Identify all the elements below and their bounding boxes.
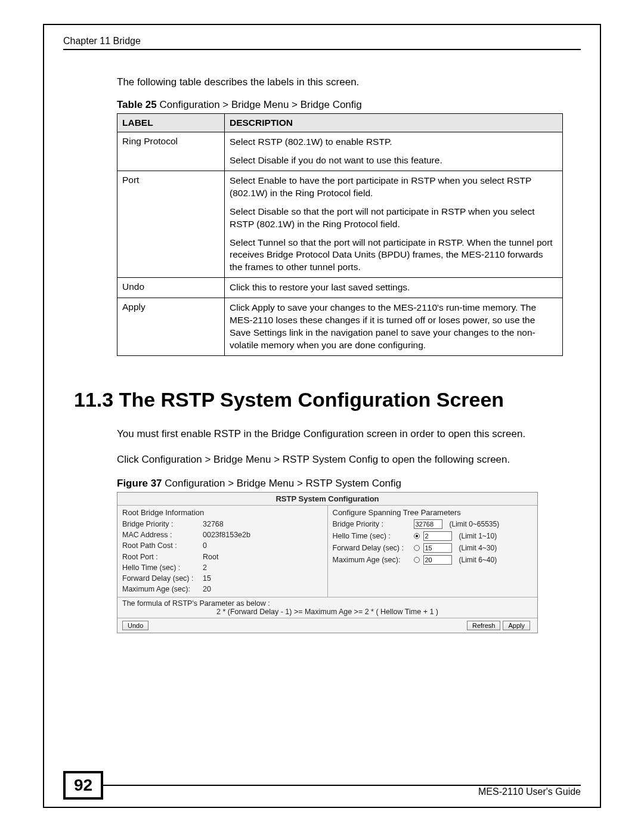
info-key: Maximum Age (sec): — [122, 584, 203, 594]
cell-desc: Click this to restore your last saved se… — [225, 278, 563, 298]
info-row: Hello Time (sec) :2 — [122, 562, 323, 573]
info-row: Maximum Age (sec):20 — [122, 584, 323, 594]
desc-paragraph: Select RSTP (802.1W) to enable RSTP. — [230, 136, 558, 148]
formula-text: 2 * (Forward Delay - 1) >= Maximum Age >… — [122, 608, 532, 616]
param-row: Forward Delay (sec) :(Limit 4~30) — [333, 543, 533, 553]
info-row: Forward Delay (sec) :15 — [122, 573, 323, 584]
cell-label: Undo — [117, 278, 225, 298]
table-row: PortSelect Enable to have the port parti… — [117, 171, 563, 277]
chapter-header: Chapter 11 Bridge — [63, 36, 581, 50]
desc-paragraph: Click this to restore your last saved se… — [230, 281, 558, 294]
info-value: 2 — [203, 562, 207, 573]
page-number: 92 — [63, 771, 103, 800]
info-value: 15 — [203, 573, 211, 584]
info-key: MAC Address : — [122, 529, 203, 540]
cell-desc: Click Apply to save your changes to the … — [225, 298, 563, 356]
cell-label: Port — [117, 171, 225, 277]
param-input[interactable] — [423, 531, 452, 541]
info-key: Root Path Cost : — [122, 540, 203, 551]
desc-paragraph: Select Tunnel so that the port will not … — [230, 237, 558, 274]
footer-text: MES-2110 User's Guide — [63, 786, 581, 797]
param-limit: (Limit 0~65535) — [450, 520, 500, 528]
cell-desc: Select RSTP (802.1W) to enable RSTP.Sele… — [225, 132, 563, 171]
footer-rule — [103, 785, 581, 786]
info-row: Bridge Priority :32768 — [122, 519, 323, 529]
figure-caption-rest: Configuration > Bridge Menu > RSTP Syste… — [162, 478, 401, 489]
section-heading: 11.3 The RSTP System Configuration Scree… — [74, 388, 581, 411]
param-input[interactable] — [423, 543, 452, 553]
info-key: Hello Time (sec) : — [122, 562, 203, 573]
info-value: 0023f8153e2b — [203, 529, 250, 540]
param-row: Maximum Age (sec):(Limit 6~40) — [333, 555, 533, 565]
table-caption-rest: Configuration > Bridge Menu > Bridge Con… — [157, 99, 362, 110]
desc-paragraph: Click Apply to save your changes to the … — [230, 302, 558, 352]
root-bridge-heading: Root Bridge Information — [122, 508, 323, 517]
config-params-heading: Configure Spanning Tree Parameters — [333, 508, 533, 517]
info-row: MAC Address :0023f8153e2b — [122, 529, 323, 540]
param-label: Hello Time (sec) : — [333, 532, 410, 540]
param-limit: (Limit 4~30) — [459, 544, 497, 552]
body-para-2: Click Configuration > Bridge Menu > RSTP… — [117, 453, 558, 467]
radio-icon[interactable] — [414, 533, 420, 539]
th-label: LABEL — [117, 114, 225, 132]
param-row: Hello Time (sec) :(Limit 1~10) — [333, 531, 533, 541]
cell-label: Apply — [117, 298, 225, 356]
config-table: LABEL DESCRIPTION Ring ProtocolSelect RS… — [117, 113, 563, 356]
info-value: Root — [203, 552, 218, 562]
body-para-1: You must first enable RSTP in the Bridge… — [117, 427, 558, 442]
info-row: Root Port :Root — [122, 552, 323, 562]
info-row: Root Path Cost :0 — [122, 540, 323, 551]
formula-label: The formula of RSTP's Parameter as below… — [122, 599, 532, 608]
param-limit: (Limit 6~40) — [459, 556, 497, 564]
desc-paragraph: Select Enable to have the port participa… — [230, 175, 558, 200]
cell-desc: Select Enable to have the port participa… — [225, 171, 563, 277]
table-caption: Table 25 Configuration > Bridge Menu > B… — [117, 99, 581, 111]
info-value: 0 — [203, 540, 207, 551]
param-label: Maximum Age (sec): — [333, 556, 410, 564]
figure-title: RSTP System Configuration — [117, 493, 537, 506]
param-label: Forward Delay (sec) : — [333, 544, 410, 552]
table-row: UndoClick this to restore your last save… — [117, 278, 563, 298]
info-key: Root Port : — [122, 552, 203, 562]
th-desc: DESCRIPTION — [225, 114, 563, 132]
undo-button[interactable]: Undo — [122, 621, 148, 630]
param-limit: (Limit 1~10) — [459, 532, 497, 540]
info-key: Bridge Priority : — [122, 519, 203, 529]
param-row: Bridge Priority :(Limit 0~65535) — [333, 519, 533, 529]
desc-paragraph: Select Disable if you do not want to use… — [230, 154, 558, 167]
apply-button[interactable]: Apply — [503, 621, 530, 630]
figure-caption: Figure 37 Configuration > Bridge Menu > … — [117, 478, 581, 490]
info-value: 32768 — [203, 519, 224, 529]
info-key: Forward Delay (sec) : — [122, 573, 203, 584]
param-input[interactable] — [414, 519, 442, 529]
table-caption-bold: Table 25 — [117, 99, 157, 110]
table-row: ApplyClick Apply to save your changes to… — [117, 298, 563, 356]
table-row: Ring ProtocolSelect RSTP (802.1W) to ena… — [117, 132, 563, 171]
info-value: 20 — [203, 584, 211, 594]
figure-caption-bold: Figure 37 — [117, 478, 162, 489]
radio-icon[interactable] — [414, 545, 420, 551]
figure-screenshot: RSTP System Configuration Root Bridge In… — [117, 492, 538, 633]
param-input[interactable] — [423, 555, 452, 565]
desc-paragraph: Select Disable so that the port will not… — [230, 206, 558, 231]
param-label: Bridge Priority : — [333, 520, 410, 528]
radio-icon[interactable] — [414, 557, 420, 563]
cell-label: Ring Protocol — [117, 132, 225, 171]
intro-text: The following table describes the labels… — [117, 76, 581, 88]
refresh-button[interactable]: Refresh — [467, 621, 501, 630]
